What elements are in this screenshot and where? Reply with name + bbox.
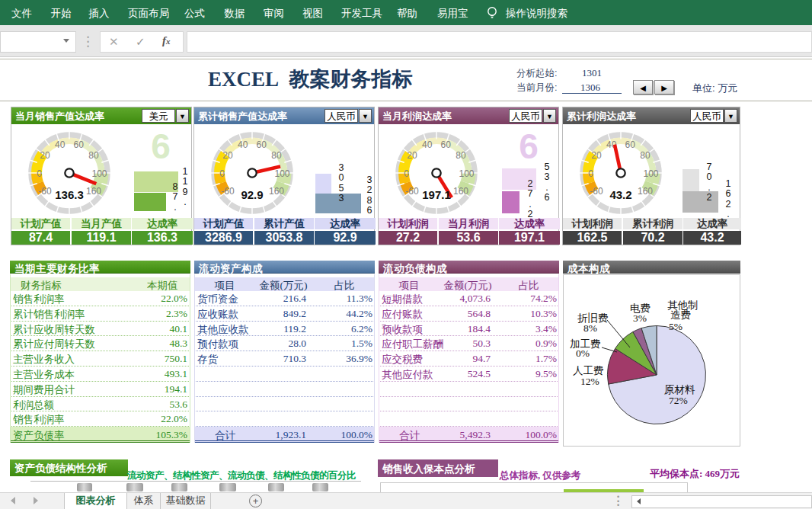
svg-text:20: 20: [40, 150, 50, 161]
svg-text:100: 100: [91, 168, 107, 179]
svg-text:0: 0: [37, 168, 42, 179]
svg-text:100: 100: [274, 168, 289, 179]
svg-text:40: 40: [55, 139, 66, 150]
svg-text:80: 80: [640, 150, 651, 161]
svg-text:80: 80: [88, 150, 99, 161]
svg-text:160: 160: [638, 186, 653, 197]
svg-text:-60: -60: [405, 186, 419, 197]
svg-text:-60: -60: [38, 186, 52, 197]
svg-text:0: 0: [404, 168, 409, 179]
svg-text:43.2: 43.2: [609, 188, 631, 201]
svg-text:0: 0: [588, 168, 593, 179]
svg-text:100: 100: [643, 168, 658, 179]
svg-text:136.3: 136.3: [55, 188, 84, 201]
svg-text:160: 160: [86, 186, 101, 197]
svg-text:20: 20: [591, 150, 602, 161]
svg-text:0: 0: [219, 168, 225, 179]
svg-text:40: 40: [238, 139, 248, 150]
svg-text:160: 160: [453, 186, 468, 197]
svg-text:-60: -60: [590, 186, 603, 197]
svg-text:92.9: 92.9: [241, 188, 263, 201]
svg-text:-60: -60: [221, 186, 235, 197]
svg-text:80: 80: [271, 150, 282, 161]
svg-text:160: 160: [269, 186, 284, 197]
svg-text:40: 40: [422, 139, 433, 150]
svg-text:60: 60: [257, 139, 267, 150]
svg-text:60: 60: [441, 139, 452, 150]
svg-text:20: 20: [407, 150, 417, 161]
svg-text:60: 60: [74, 139, 85, 150]
svg-text:100: 100: [459, 168, 474, 179]
svg-text:60: 60: [625, 139, 636, 150]
svg-text:197.1: 197.1: [422, 188, 451, 201]
svg-text:20: 20: [222, 150, 233, 161]
svg-text:80: 80: [456, 150, 466, 161]
